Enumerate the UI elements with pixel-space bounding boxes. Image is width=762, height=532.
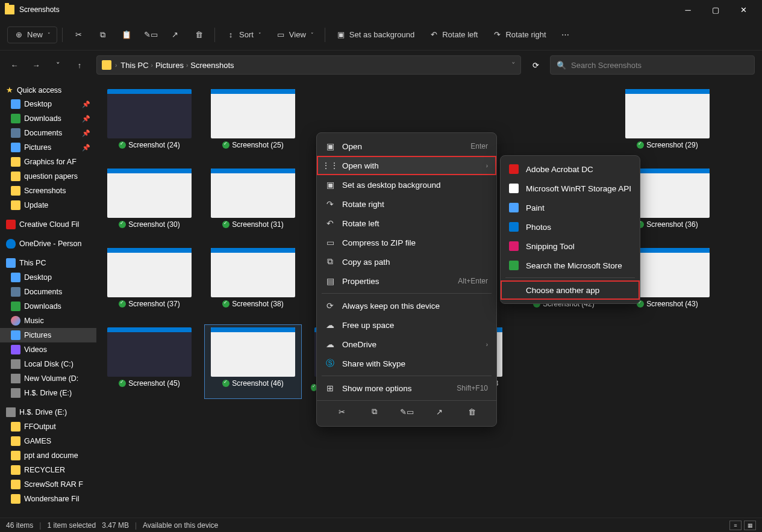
sort-button[interactable]: ↕ Sort ˅ [220,26,267,43]
back-button[interactable]: ← [7,58,22,72]
ctx-open[interactable]: ▣OpenEnter [317,137,496,156]
close-button[interactable]: ✕ [729,0,757,19]
sub-paint[interactable]: Paint [501,198,640,217]
sidebar-question[interactable]: question papers [0,169,96,184]
ctx-show-more[interactable]: ⊞Show more optionsShift+F10 [317,379,496,398]
sidebar-ffoutput[interactable]: FFOutput [0,419,96,434]
ctx-copy-path[interactable]: ⧉Copy as path [317,252,496,271]
ctx-onedrive[interactable]: ☁OneDrive› [317,335,496,354]
sidebar-music[interactable]: Music [0,314,96,328]
sidebar-videos[interactable]: Videos [0,342,96,357]
breadcrumb-pictures[interactable]: Pictures [155,61,184,70]
status-available: Available on this device [143,521,218,530]
sub-photos[interactable]: Photos [501,217,640,237]
ctx-skype[interactable]: ⓈShare with Skype [317,354,496,373]
sidebar-documents[interactable]: Documents📌 [0,126,96,140]
sync-icon [222,221,230,228]
sidebar-new-volume[interactable]: New Volume (D: [0,371,96,386]
rotate-left-button[interactable]: ↶ Rotate left [423,26,484,43]
sidebar-creative-cloud[interactable]: Creative Cloud Fil [0,217,96,232]
sub-store[interactable]: Search the Microsoft Store [501,256,640,275]
file-item[interactable]: Screenshot (30) [101,166,198,231]
sidebar-ppt[interactable]: ppt and docume [0,448,96,463]
file-item[interactable]: Screenshot (29) [619,87,716,152]
address-bar[interactable]: › This PC › Pictures › Screenshots ˅ [96,55,521,75]
breadcrumb-pc[interactable]: This PC [120,61,148,70]
sidebar-pictures2[interactable]: Pictures [0,328,96,342]
thumbnail [211,169,295,218]
maximize-button[interactable]: ▢ [702,0,729,19]
delete-button[interactable]: 🗑 [188,26,210,43]
folder-icon [11,436,20,446]
forward-button[interactable]: → [29,58,43,72]
file-item[interactable]: Screenshot (25) [205,87,301,152]
ctx-always-keep[interactable]: ⟳Always keep on this device [317,296,496,315]
copy-button[interactable]: ⧉ [368,406,380,418]
sidebar-wondershare[interactable]: Wondershare Fil [0,492,96,506]
ctx-rotate-left[interactable]: ↶Rotate left [317,214,496,233]
ctx-open-with[interactable]: ⋮⋮Open with› [317,156,496,175]
icons-view-button[interactable]: ▦ [744,521,756,530]
sidebar-local-disk[interactable]: Local Disk (C:) [0,357,96,371]
sidebar-games[interactable]: GAMES [0,434,96,448]
sub-snipping[interactable]: Snipping Tool [501,237,640,256]
file-item[interactable]: Screenshot (37) [101,246,198,311]
refresh-button[interactable]: ⟳ [526,55,545,75]
breadcrumb-screenshots[interactable]: Screenshots [190,61,234,70]
delete-button[interactable]: 🗑 [466,406,478,418]
rename-button[interactable]: ✎▭ [401,406,413,418]
search-input[interactable]: 🔍 Search Screenshots [550,55,755,75]
sidebar-screenshots[interactable]: Screenshots [0,184,96,198]
sidebar-update[interactable]: Update [0,198,96,212]
sidebar-hs-drive2[interactable]: H.$. Drive (E:) [0,405,96,419]
set-background-button[interactable]: ▣ Set as background [330,26,420,43]
sidebar-pictures[interactable]: Pictures📌 [0,140,96,155]
ctx-properties[interactable]: ▤PropertiesAlt+Enter [317,271,496,291]
paste-button[interactable]: 📋 [116,26,137,43]
recent-button[interactable]: ˅ [51,58,65,72]
sub-winrt[interactable]: Microsoft WinRT Storage API [501,179,640,198]
sidebar-graphics[interactable]: Graphics for AF [0,155,96,169]
ctx-compress[interactable]: ▭Compress to ZIP file [317,233,496,252]
chevron-down-icon[interactable]: ˅ [511,61,516,70]
share-button[interactable]: ↗ [433,406,445,418]
sidebar-onedrive[interactable]: OneDrive - Person [0,237,96,251]
file-item[interactable]: Screenshot (38) [205,246,301,311]
copy-button[interactable]: ⧉ [92,26,113,43]
sidebar-quick-access[interactable]: ★Quick access [0,83,96,97]
view-button[interactable]: ▭ View ˅ [270,26,320,43]
sidebar-recycler[interactable]: RECYCLER [0,463,96,477]
ctx-free-up[interactable]: ☁Free up space [317,315,496,335]
share-button[interactable]: ↗ [164,26,186,43]
sidebar-documents2[interactable]: Documents [0,285,96,299]
ctx-set-background[interactable]: ▣Set as desktop background [317,175,496,194]
sidebar-this-pc[interactable]: This PC [0,256,96,270]
sidebar-desktop[interactable]: Desktop📌 [0,97,96,111]
ctx-rotate-right[interactable]: ↷Rotate right [317,194,496,214]
minimize-button[interactable]: ─ [674,0,702,19]
cut-button[interactable]: ✂ [67,26,89,43]
details-view-button[interactable]: ≡ [729,521,742,530]
more-icon: ⋯ [561,30,570,40]
cut-button[interactable]: ✂ [336,406,348,418]
rotate-right-button[interactable]: ↷ Rotate right [486,26,552,43]
sub-choose-another[interactable]: Choose another app [501,280,640,300]
file-item[interactable]: Screenshot (46) [205,325,301,398]
sidebar-hs-drive[interactable]: H.$. Drive (E:) [0,386,96,400]
label: Properties [342,277,379,286]
rename-button[interactable]: ✎▭ [140,26,161,43]
more-button[interactable]: ⋯ [555,26,576,43]
new-button[interactable]: ⊕ New ˅ [7,26,57,43]
up-button[interactable]: ↑ [72,58,87,72]
sidebar-downloads2[interactable]: Downloads [0,299,96,314]
statusbar: 46 items | 1 item selected 3.47 MB | Ava… [0,518,762,532]
sidebar-screwsoft[interactable]: ScrewSoft RAR F [0,477,96,492]
sub-acrobat[interactable]: Adobe Acrobat DC [501,159,640,179]
file-item[interactable]: Screenshot (24) [101,87,198,152]
file-name: Screenshot (37) [128,300,180,308]
file-item[interactable]: Screenshot (45) [101,325,198,398]
file-item[interactable]: Screenshot (31) [205,166,301,231]
file-name: Screenshot (43) [646,300,698,308]
sidebar-downloads[interactable]: Downloads📌 [0,111,96,126]
sidebar-desktop2[interactable]: Desktop [0,270,96,285]
